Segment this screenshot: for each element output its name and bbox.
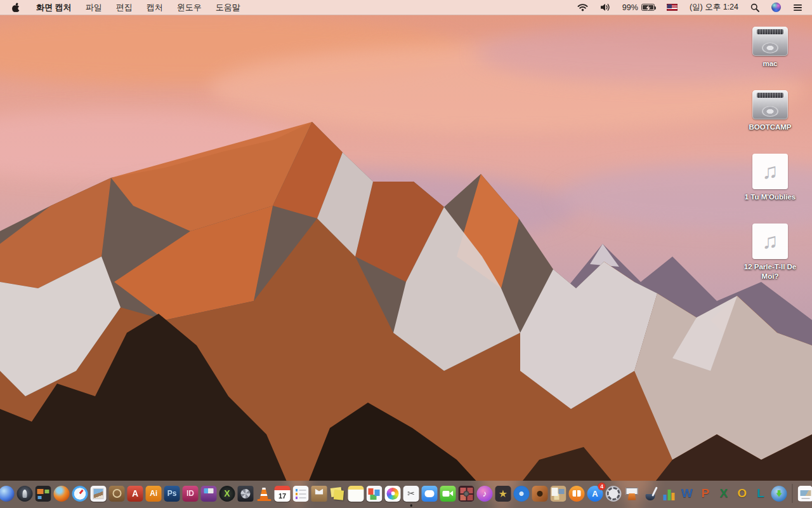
menubar-menu-item[interactable]: 도움말 [209, 3, 247, 12]
dock-item-photos[interactable] [384, 485, 402, 503]
dock-item-desk-app[interactable] [200, 485, 218, 503]
spotlight-search-icon [750, 3, 759, 12]
volume-menu-extra[interactable] [597, 0, 613, 15]
desktop-icon-audio-file-2[interactable]: ♫12 Parle-T-Il De Moi? [732, 224, 808, 281]
facetime-icon [440, 486, 456, 502]
menu-bar: 화면 캡처 파일편집캡처윈도우도움말 99% [0, 0, 812, 15]
acrobat-icon: A [128, 486, 143, 502]
dock-item-photoshop[interactable]: Ps [164, 485, 181, 503]
dock-item-reminders[interactable] [292, 485, 310, 503]
desktop-wallpaper [0, 15, 812, 508]
dock-item-powerpoint[interactable]: P [697, 485, 714, 503]
dock-item-safari[interactable] [72, 485, 89, 503]
wifi-menu-extra[interactable] [574, 0, 591, 15]
word-icon: W [679, 486, 695, 502]
grab-icon: ✂ [403, 486, 419, 502]
collage-icon [551, 486, 566, 502]
menu-bar-left: 화면 캡처 파일편집캡처윈도우도움말 [6, 0, 247, 15]
dock-item-grab[interactable]: ✂ [403, 485, 420, 503]
dock-item-notes[interactable] [348, 485, 365, 503]
menu-bar-clock: (일) 오후 1:24 [690, 2, 738, 13]
numbers-icon [661, 486, 677, 502]
dock-item-calendar[interactable]: 17 [274, 485, 291, 503]
desktop-icon-hard-drive-mac[interactable]: mac [732, 27, 808, 69]
dock-item-downloader[interactable] [771, 485, 788, 503]
dock-item-doc-viewer[interactable] [366, 485, 383, 503]
keynote-icon [624, 486, 640, 502]
screenshot-document-icon [798, 486, 812, 502]
dock-item-ibooks[interactable] [568, 485, 586, 503]
dock-item-keynote[interactable] [624, 485, 641, 503]
photoshop-icon: Ps [164, 486, 180, 502]
desktop-icon-label: mac [763, 59, 777, 69]
notification-badge: 4 [598, 483, 606, 490]
dock-item-numbers[interactable] [660, 485, 678, 503]
ibooks-icon [569, 486, 585, 502]
dock-item-outlook[interactable]: O [734, 485, 751, 503]
dock-item-excel[interactable]: X [716, 485, 733, 503]
dock-item-launchpad[interactable] [16, 485, 34, 503]
photo-booth-icon [459, 486, 475, 502]
dock-item-stickies[interactable] [329, 485, 346, 503]
preview-icon [91, 486, 107, 502]
dock-item-acrobat[interactable]: A [127, 485, 144, 503]
dock-item-photo-booth[interactable] [458, 485, 475, 503]
menubar-menu-item[interactable]: 편집 [109, 3, 140, 12]
firefox-icon [54, 486, 70, 502]
dock-item-preview[interactable] [90, 485, 107, 503]
input-source-menu-extra[interactable] [664, 0, 681, 15]
safari-icon [72, 486, 88, 502]
dock-item-app-store[interactable]: A4 [587, 485, 604, 503]
garageband-icon [532, 486, 548, 502]
dock-item-messages[interactable] [421, 485, 438, 503]
dock-item-collage[interactable] [550, 485, 567, 503]
dock-item-imovie[interactable]: ★ [495, 485, 512, 503]
siri-menu-extra[interactable] [768, 0, 784, 15]
system-preferences-icon [606, 486, 622, 502]
dock-item-screenshot-document[interactable] [797, 485, 812, 503]
dock-item-illustrator[interactable]: Ai [145, 485, 162, 503]
imovie-icon: ★ [495, 486, 511, 502]
dock-item-siri[interactable] [0, 485, 15, 503]
active-app-menu[interactable]: 화면 캡처 [29, 2, 79, 13]
notification-center-menu-extra[interactable] [790, 0, 806, 15]
menubar-menu-item[interactable]: 윈도우 [170, 3, 209, 12]
mission-control-icon [36, 486, 51, 502]
dock-item-system-preferences[interactable] [605, 485, 622, 503]
x-utility-icon: X [219, 486, 235, 502]
menubar-menu-item[interactable]: 캡처 [140, 3, 170, 12]
spotlight-menu-extra[interactable] [747, 0, 763, 15]
dock-item-archive-box[interactable] [311, 485, 328, 503]
dock-item-indesign[interactable]: ID [182, 485, 199, 503]
launchpad-icon [17, 486, 33, 502]
dock-item-contacts[interactable] [108, 485, 126, 503]
dock-item-word[interactable]: W [679, 485, 696, 503]
disk-speed-icon [238, 486, 254, 502]
dock-item-itunes[interactable]: ♪ [476, 485, 494, 503]
dock-item-disk-speed[interactable] [237, 485, 254, 503]
hard-drive-icon [752, 90, 788, 119]
dock: AAiPsIDX17✂♪★A4WPXOL [0, 481, 812, 508]
dock-item-x-utility[interactable]: X [219, 485, 236, 503]
apple-menu-icon[interactable] [6, 0, 29, 15]
dock-item-garageband[interactable] [532, 485, 549, 503]
apple-logo-icon [11, 3, 20, 13]
desktop-icon-hard-drive-bootcamp[interactable]: BOOTCAMP [732, 90, 808, 132]
dock-item-vlc[interactable] [256, 485, 273, 503]
audio-file-icon: ♫ [752, 154, 788, 189]
dock-item-mission-control[interactable] [35, 485, 52, 503]
battery-menu-extra[interactable]: 99% [619, 0, 658, 15]
dock-item-firefox[interactable] [53, 485, 70, 503]
dock-item-lync[interactable]: L [752, 485, 769, 503]
desk-app-icon [201, 486, 217, 502]
menubar-menu-item[interactable]: 파일 [79, 3, 109, 12]
indesign-icon: ID [183, 486, 199, 502]
dock-item-disc-app[interactable] [513, 485, 530, 503]
hard-drive-icon [752, 27, 788, 56]
dock-item-facetime[interactable] [440, 485, 457, 503]
clock-menu-extra[interactable]: (일) 오후 1:24 [686, 0, 742, 15]
outlook-icon: O [735, 486, 750, 502]
desktop-icon-audio-file-1[interactable]: ♫1 Tu M'Oublies [732, 154, 808, 202]
dock-item-pages[interactable] [642, 485, 659, 503]
itunes-icon: ♪ [477, 486, 493, 502]
